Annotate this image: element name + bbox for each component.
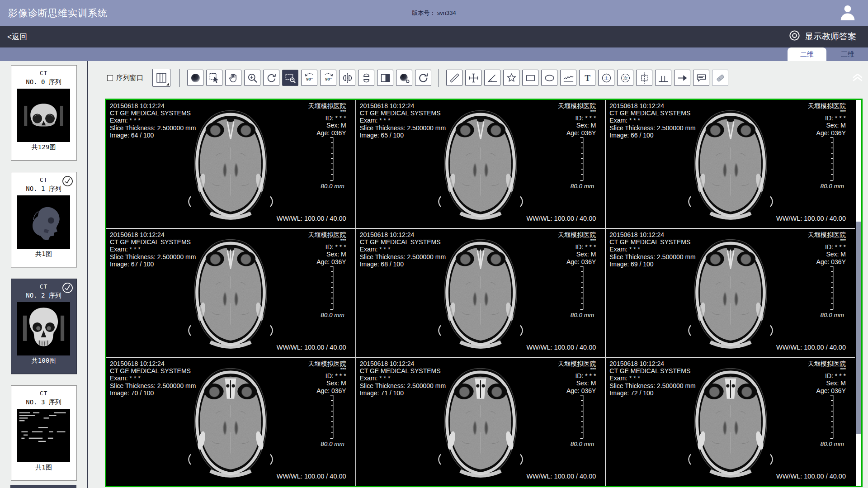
overlay-scale-label: 80.0 mm <box>321 312 344 318</box>
overlay-age: Age: 036Y <box>558 387 596 394</box>
overlay-stars: *** <box>308 238 346 243</box>
overlay-scale-label: 80.0 mm <box>820 183 844 190</box>
overlay-image-number: Image: 65 / 100 <box>360 132 446 139</box>
series-title: NO. 0 序列 <box>11 78 76 86</box>
app-header: 影像诊断思维实训系统 版本号： svn334 <box>0 0 868 26</box>
scale-ruler-icon <box>828 137 835 181</box>
series-card-1[interactable]: CTNO. 1 序列共1图 <box>11 172 77 267</box>
tool-layout-grid[interactable] <box>152 69 170 87</box>
viewport-cell-0[interactable]: 20150618 10:12:24CT GE MEDICAL SYSTEMSEx… <box>106 100 355 228</box>
tool-curve-profile[interactable] <box>560 70 576 86</box>
tab-2d[interactable]: 二维 <box>788 47 826 61</box>
tool-comment-bubble[interactable] <box>693 70 709 86</box>
tool-marquee-zoom[interactable] <box>282 70 298 86</box>
tool-rotate-90-cw[interactable]: 90° <box>320 70 336 86</box>
svg-text:90°: 90° <box>306 76 313 81</box>
viewport-cell-8[interactable]: 20150618 10:12:24CT GE MEDICAL SYSTEMSEx… <box>606 358 855 486</box>
overlay-thickness: Slice Thickness: 2.500000 mm <box>360 382 446 389</box>
overlay-top-left: 20150618 10:12:24CT GE MEDICAL SYSTEMSEx… <box>110 231 196 268</box>
viewport-cell-6[interactable]: 20150618 10:12:24CT GE MEDICAL SYSTEMSEx… <box>106 358 355 486</box>
tool-invert[interactable] <box>377 70 393 86</box>
viewport-cell-4[interactable]: 20150618 10:12:24CT GE MEDICAL SYSTEMSEx… <box>356 229 605 357</box>
tool-roi-box[interactable] <box>636 70 652 86</box>
overlay-hospital: 天堰模拟医院 <box>308 360 346 367</box>
svg-text:主: 主 <box>604 76 609 81</box>
tool-histogram-profile[interactable] <box>655 70 671 86</box>
series-thumbnail <box>17 89 70 142</box>
series-window-label: 序列窗口 <box>116 74 143 82</box>
tool-pan-hand[interactable] <box>225 70 241 86</box>
overlay-thickness: Slice Thickness: 2.500000 mm <box>609 382 695 389</box>
series-card-2[interactable]: CTNO. 2 序列共100图 <box>11 279 77 374</box>
tool-select-cursor[interactable] <box>206 70 222 86</box>
show-teacher-answer-button[interactable]: 显示教师答案 <box>789 30 856 43</box>
overlay-image-number: Image: 71 / 100 <box>360 389 446 397</box>
overlay-image-number: Image: 69 / 100 <box>609 261 695 268</box>
tool-ruler-line[interactable] <box>446 70 462 86</box>
overlay-wwwl: WW/WL: 100.00 / 40.00 <box>277 473 346 480</box>
series-count: 共100图 <box>11 357 76 365</box>
series-card-0[interactable]: CTNO. 0 序列共129图 <box>11 65 77 161</box>
tool-zoom-in[interactable] <box>244 70 260 86</box>
tool-window-sphere[interactable] <box>187 70 203 86</box>
overlay-stars: *** <box>808 238 846 243</box>
viewer-scrollbar-thumb[interactable] <box>856 222 861 434</box>
overlay-stars: *** <box>558 367 596 372</box>
overlay-top-right: 天堰模拟医院***ID: * * *Sex: MAge: 036Y <box>558 360 596 394</box>
overlay-sex: Sex: M <box>308 251 346 258</box>
overlay-modality: CT GE MEDICAL SYSTEMS <box>609 367 695 374</box>
tab-3d[interactable]: 三维 <box>828 47 867 61</box>
tool-main-mark[interactable]: 主 <box>598 70 614 86</box>
tool-flip-vertical[interactable] <box>358 70 374 86</box>
overlay-datetime: 20150618 10:12:24 <box>360 360 446 367</box>
back-button[interactable]: <返回 <box>7 32 27 42</box>
tool-arrow-annotation[interactable] <box>674 70 690 86</box>
viewport-grid: 20150618 10:12:24CT GE MEDICAL SYSTEMSEx… <box>106 100 855 486</box>
overlay-top-right: 天堰模拟医院***ID: * * *Sex: MAge: 036Y <box>308 360 346 394</box>
overlay-age: Age: 036Y <box>808 129 846 137</box>
collapse-toolbar-icon[interactable] <box>852 72 863 84</box>
tool-star-polygon[interactable] <box>503 70 519 86</box>
overlay-wwwl: WW/WL: 100.00 / 40.00 <box>277 215 346 222</box>
overlay-top-right: 天堰模拟医院***ID: * * *Sex: MAge: 036Y <box>808 102 846 137</box>
overlay-hospital: 天堰模拟医院 <box>308 102 346 109</box>
viewport-cell-5[interactable]: 20150618 10:12:24CT GE MEDICAL SYSTEMSEx… <box>606 229 855 357</box>
tool-rotate-90-ccw[interactable]: 90° <box>301 70 317 86</box>
overlay-exam: Exam: * * * <box>609 374 695 382</box>
app-window: 影像诊断思维实训系统 版本号： svn334 <返回 显示教师答案 二维 三维 … <box>0 0 868 488</box>
series-window-toggle: 序列窗口 <box>107 74 143 82</box>
overlay-top-right: 天堰模拟医院***ID: * * *Sex: MAge: 036Y <box>558 102 596 137</box>
user-profile-icon[interactable] <box>837 4 858 24</box>
overlay-sex: Sex: M <box>558 379 596 387</box>
overlay-datetime: 20150618 10:12:24 <box>110 360 196 367</box>
viewport-cell-7[interactable]: 20150618 10:12:24CT GE MEDICAL SYSTEMSEx… <box>356 358 605 486</box>
overlay-top-left: 20150618 10:12:24CT GE MEDICAL SYSTEMSEx… <box>110 360 196 397</box>
series-card-3[interactable]: CTNO. 3 序列共1图 <box>11 385 77 481</box>
viewport-cell-2[interactable]: 20150618 10:12:24CT GE MEDICAL SYSTEMSEx… <box>606 100 855 228</box>
overlay-wwwl: WW/WL: 100.00 / 40.00 <box>526 344 596 351</box>
overlay-scale-label: 80.0 mm <box>571 183 594 190</box>
viewer-scrollbar[interactable] <box>856 100 861 486</box>
tool-cross-measure[interactable] <box>465 70 481 86</box>
overlay-exam: Exam: * * * <box>360 117 446 124</box>
series-window-checkbox[interactable] <box>107 75 113 81</box>
tool-secondary-mark[interactable]: 次 <box>617 70 633 86</box>
tool-flip-horizontal[interactable] <box>339 70 355 86</box>
tool-angle-measure[interactable] <box>484 70 500 86</box>
scale-ruler-icon <box>328 394 335 439</box>
checkmark-icon <box>62 175 73 189</box>
viewport-cell-3[interactable]: 20150618 10:12:24CT GE MEDICAL SYSTEMSEx… <box>106 229 355 357</box>
overlay-id: ID: * * * <box>808 243 846 251</box>
viewport-cell-1[interactable]: 20150618 10:12:24CT GE MEDICAL SYSTEMSEx… <box>356 100 605 228</box>
tool-window-level[interactable] <box>396 70 412 86</box>
tool-text-annotation[interactable]: T <box>579 70 595 86</box>
overlay-exam: Exam: * * * <box>110 117 196 124</box>
overlay-top-left: 20150618 10:12:24CT GE MEDICAL SYSTEMSEx… <box>609 360 695 397</box>
tool-rotate-free[interactable] <box>263 70 279 86</box>
svg-text:T: T <box>585 73 590 82</box>
tool-ellipse-roi[interactable] <box>541 70 557 86</box>
tool-reset[interactable] <box>415 70 431 86</box>
tool-rect-roi[interactable] <box>522 70 538 86</box>
series-modality: CT <box>11 390 76 397</box>
overlay-id: ID: * * * <box>308 243 346 251</box>
